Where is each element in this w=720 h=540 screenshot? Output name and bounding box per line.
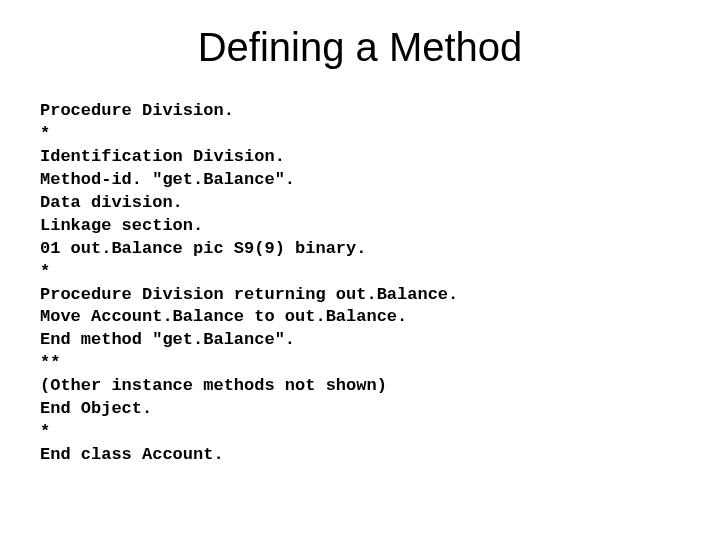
page-title: Defining a Method — [40, 25, 680, 70]
code-block: Procedure Division. * Identification Div… — [40, 100, 680, 467]
